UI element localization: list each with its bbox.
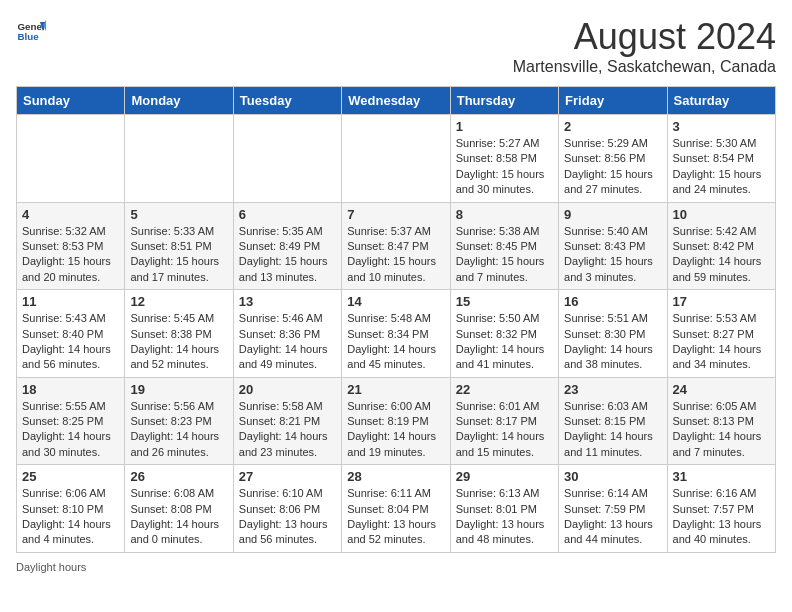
calendar-cell: 11Sunrise: 5:43 AM Sunset: 8:40 PM Dayli… — [17, 290, 125, 378]
week-row-4: 18Sunrise: 5:55 AM Sunset: 8:25 PM Dayli… — [17, 377, 776, 465]
day-info: Sunrise: 5:51 AM Sunset: 8:30 PM Dayligh… — [564, 311, 661, 373]
day-header-sunday: Sunday — [17, 87, 125, 115]
day-number: 17 — [673, 294, 770, 309]
day-number: 4 — [22, 207, 119, 222]
calendar-cell: 6Sunrise: 5:35 AM Sunset: 8:49 PM Daylig… — [233, 202, 341, 290]
day-number: 10 — [673, 207, 770, 222]
day-info: Sunrise: 5:58 AM Sunset: 8:21 PM Dayligh… — [239, 399, 336, 461]
day-number: 13 — [239, 294, 336, 309]
day-info: Sunrise: 6:06 AM Sunset: 8:10 PM Dayligh… — [22, 486, 119, 548]
daylight-hours-label: Daylight hours — [16, 561, 86, 573]
day-number: 26 — [130, 469, 227, 484]
calendar-cell: 15Sunrise: 5:50 AM Sunset: 8:32 PM Dayli… — [450, 290, 558, 378]
day-info: Sunrise: 5:35 AM Sunset: 8:49 PM Dayligh… — [239, 224, 336, 286]
day-info: Sunrise: 5:48 AM Sunset: 8:34 PM Dayligh… — [347, 311, 444, 373]
calendar-cell: 25Sunrise: 6:06 AM Sunset: 8:10 PM Dayli… — [17, 465, 125, 553]
calendar-cell — [125, 115, 233, 203]
calendar-cell: 13Sunrise: 5:46 AM Sunset: 8:36 PM Dayli… — [233, 290, 341, 378]
day-info: Sunrise: 5:43 AM Sunset: 8:40 PM Dayligh… — [22, 311, 119, 373]
day-info: Sunrise: 5:30 AM Sunset: 8:54 PM Dayligh… — [673, 136, 770, 198]
week-row-1: 1Sunrise: 5:27 AM Sunset: 8:58 PM Daylig… — [17, 115, 776, 203]
location-title: Martensville, Saskatchewan, Canada — [513, 58, 776, 76]
day-number: 18 — [22, 382, 119, 397]
day-info: Sunrise: 5:38 AM Sunset: 8:45 PM Dayligh… — [456, 224, 553, 286]
day-info: Sunrise: 5:50 AM Sunset: 8:32 PM Dayligh… — [456, 311, 553, 373]
day-header-thursday: Thursday — [450, 87, 558, 115]
day-header-tuesday: Tuesday — [233, 87, 341, 115]
calendar-cell: 4Sunrise: 5:32 AM Sunset: 8:53 PM Daylig… — [17, 202, 125, 290]
day-number: 3 — [673, 119, 770, 134]
day-info: Sunrise: 5:37 AM Sunset: 8:47 PM Dayligh… — [347, 224, 444, 286]
day-info: Sunrise: 5:56 AM Sunset: 8:23 PM Dayligh… — [130, 399, 227, 461]
calendar-cell: 26Sunrise: 6:08 AM Sunset: 8:08 PM Dayli… — [125, 465, 233, 553]
day-number: 8 — [456, 207, 553, 222]
day-info: Sunrise: 5:45 AM Sunset: 8:38 PM Dayligh… — [130, 311, 227, 373]
calendar-cell: 17Sunrise: 5:53 AM Sunset: 8:27 PM Dayli… — [667, 290, 775, 378]
day-info: Sunrise: 6:00 AM Sunset: 8:19 PM Dayligh… — [347, 399, 444, 461]
day-number: 24 — [673, 382, 770, 397]
day-number: 16 — [564, 294, 661, 309]
logo: General Blue — [16, 16, 46, 46]
day-info: Sunrise: 5:55 AM Sunset: 8:25 PM Dayligh… — [22, 399, 119, 461]
header: General Blue August 2024 Martensville, S… — [16, 16, 776, 76]
day-info: Sunrise: 5:42 AM Sunset: 8:42 PM Dayligh… — [673, 224, 770, 286]
day-number: 2 — [564, 119, 661, 134]
week-row-5: 25Sunrise: 6:06 AM Sunset: 8:10 PM Dayli… — [17, 465, 776, 553]
calendar-cell: 20Sunrise: 5:58 AM Sunset: 8:21 PM Dayli… — [233, 377, 341, 465]
day-info: Sunrise: 6:03 AM Sunset: 8:15 PM Dayligh… — [564, 399, 661, 461]
day-info: Sunrise: 5:32 AM Sunset: 8:53 PM Dayligh… — [22, 224, 119, 286]
calendar-cell: 21Sunrise: 6:00 AM Sunset: 8:19 PM Dayli… — [342, 377, 450, 465]
calendar-cell: 16Sunrise: 5:51 AM Sunset: 8:30 PM Dayli… — [559, 290, 667, 378]
day-header-friday: Friday — [559, 87, 667, 115]
calendar-cell: 10Sunrise: 5:42 AM Sunset: 8:42 PM Dayli… — [667, 202, 775, 290]
calendar-cell: 29Sunrise: 6:13 AM Sunset: 8:01 PM Dayli… — [450, 465, 558, 553]
day-info: Sunrise: 5:46 AM Sunset: 8:36 PM Dayligh… — [239, 311, 336, 373]
day-number: 14 — [347, 294, 444, 309]
day-info: Sunrise: 6:16 AM Sunset: 7:57 PM Dayligh… — [673, 486, 770, 548]
day-info: Sunrise: 5:33 AM Sunset: 8:51 PM Dayligh… — [130, 224, 227, 286]
day-header-saturday: Saturday — [667, 87, 775, 115]
day-info: Sunrise: 5:40 AM Sunset: 8:43 PM Dayligh… — [564, 224, 661, 286]
day-info: Sunrise: 6:05 AM Sunset: 8:13 PM Dayligh… — [673, 399, 770, 461]
svg-text:Blue: Blue — [18, 31, 40, 42]
day-number: 11 — [22, 294, 119, 309]
day-number: 30 — [564, 469, 661, 484]
calendar-cell: 22Sunrise: 6:01 AM Sunset: 8:17 PM Dayli… — [450, 377, 558, 465]
day-info: Sunrise: 6:08 AM Sunset: 8:08 PM Dayligh… — [130, 486, 227, 548]
day-info: Sunrise: 5:53 AM Sunset: 8:27 PM Dayligh… — [673, 311, 770, 373]
calendar-cell: 19Sunrise: 5:56 AM Sunset: 8:23 PM Dayli… — [125, 377, 233, 465]
footer: Daylight hours — [16, 561, 776, 573]
calendar-cell: 18Sunrise: 5:55 AM Sunset: 8:25 PM Dayli… — [17, 377, 125, 465]
day-number: 27 — [239, 469, 336, 484]
calendar-cell: 1Sunrise: 5:27 AM Sunset: 8:58 PM Daylig… — [450, 115, 558, 203]
day-info: Sunrise: 5:29 AM Sunset: 8:56 PM Dayligh… — [564, 136, 661, 198]
day-number: 12 — [130, 294, 227, 309]
week-row-2: 4Sunrise: 5:32 AM Sunset: 8:53 PM Daylig… — [17, 202, 776, 290]
day-number: 22 — [456, 382, 553, 397]
day-number: 19 — [130, 382, 227, 397]
logo-icon: General Blue — [16, 16, 46, 46]
day-number: 29 — [456, 469, 553, 484]
calendar-cell: 2Sunrise: 5:29 AM Sunset: 8:56 PM Daylig… — [559, 115, 667, 203]
day-number: 1 — [456, 119, 553, 134]
day-info: Sunrise: 6:01 AM Sunset: 8:17 PM Dayligh… — [456, 399, 553, 461]
calendar-table: SundayMondayTuesdayWednesdayThursdayFrid… — [16, 86, 776, 553]
header-row: SundayMondayTuesdayWednesdayThursdayFrid… — [17, 87, 776, 115]
day-number: 15 — [456, 294, 553, 309]
calendar-cell: 14Sunrise: 5:48 AM Sunset: 8:34 PM Dayli… — [342, 290, 450, 378]
day-info: Sunrise: 6:11 AM Sunset: 8:04 PM Dayligh… — [347, 486, 444, 548]
title-area: August 2024 Martensville, Saskatchewan, … — [513, 16, 776, 76]
calendar-cell: 30Sunrise: 6:14 AM Sunset: 7:59 PM Dayli… — [559, 465, 667, 553]
day-number: 7 — [347, 207, 444, 222]
calendar-cell: 24Sunrise: 6:05 AM Sunset: 8:13 PM Dayli… — [667, 377, 775, 465]
day-info: Sunrise: 5:27 AM Sunset: 8:58 PM Dayligh… — [456, 136, 553, 198]
day-number: 31 — [673, 469, 770, 484]
day-number: 9 — [564, 207, 661, 222]
day-number: 28 — [347, 469, 444, 484]
day-number: 23 — [564, 382, 661, 397]
calendar-cell: 8Sunrise: 5:38 AM Sunset: 8:45 PM Daylig… — [450, 202, 558, 290]
day-header-wednesday: Wednesday — [342, 87, 450, 115]
calendar-cell: 7Sunrise: 5:37 AM Sunset: 8:47 PM Daylig… — [342, 202, 450, 290]
calendar-cell: 5Sunrise: 5:33 AM Sunset: 8:51 PM Daylig… — [125, 202, 233, 290]
calendar-cell: 23Sunrise: 6:03 AM Sunset: 8:15 PM Dayli… — [559, 377, 667, 465]
